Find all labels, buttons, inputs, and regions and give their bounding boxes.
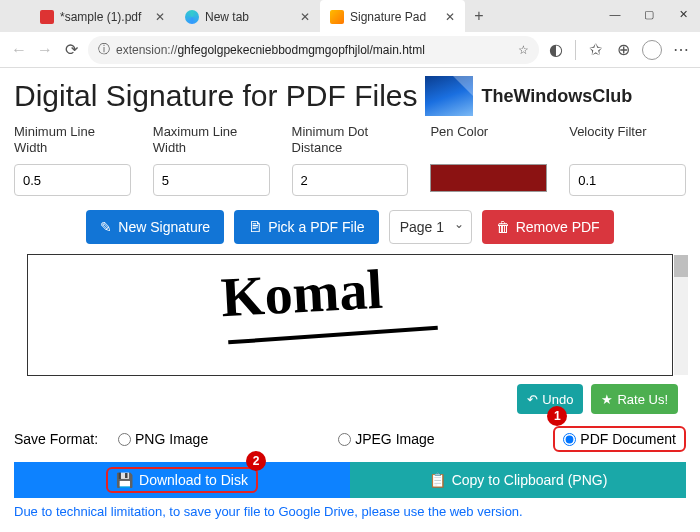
download-button[interactable]: 2 💾Download to Disk [14, 462, 350, 498]
new-tab-button[interactable]: + [465, 0, 493, 32]
star-icon: ★ [601, 392, 613, 407]
file-icon: 🖹 [248, 219, 262, 235]
tab-new[interactable]: New tab ✕ [175, 0, 320, 32]
min-dot-label: Minimum Dot Distance [292, 124, 409, 158]
profile-icon[interactable] [642, 40, 662, 60]
max-line-label: Maximum Line Width [153, 124, 270, 158]
brand-name: TheWindowsClub [481, 86, 632, 107]
signature-underline [228, 326, 438, 345]
page-title: Digital Signature for PDF Files [14, 79, 417, 113]
footer-note: Due to technical limitation, to save you… [14, 504, 686, 519]
save-format-label: Save Format: [14, 431, 98, 447]
close-icon[interactable]: ✕ [300, 10, 310, 24]
close-button[interactable]: ✕ [666, 0, 700, 28]
min-line-input[interactable] [14, 164, 131, 196]
undo-icon: ↶ [527, 392, 538, 407]
menu-icon[interactable]: ⋯ [672, 41, 690, 59]
collections-icon[interactable]: ⊕ [614, 41, 632, 59]
callout-2: 2 [246, 451, 266, 471]
window-titlebar: *sample (1).pdf ✕ New tab ✕ Signature Pa… [0, 0, 700, 32]
format-png[interactable]: PNG Image [118, 431, 208, 447]
trash-icon: 🗑 [496, 219, 510, 235]
save-format-row: Save Format: PNG Image JPEG Image 1 PDF … [14, 426, 686, 452]
pen-color-label: Pen Color [430, 124, 547, 158]
browser-tabs: *sample (1).pdf ✕ New tab ✕ Signature Pa… [0, 0, 493, 32]
edit-icon: ✎ [100, 219, 112, 235]
new-signature-button[interactable]: ✎New Signature [86, 210, 224, 244]
pen-icon [330, 10, 344, 24]
window-controls: — ▢ ✕ [598, 0, 700, 28]
callout-1: 1 [547, 406, 567, 426]
refresh-icon[interactable]: ⟳ [62, 41, 80, 59]
tab-label: Signature Pad [350, 10, 426, 24]
close-icon[interactable]: ✕ [155, 10, 165, 24]
close-icon[interactable]: ✕ [445, 10, 455, 24]
remove-pdf-button[interactable]: 🗑Remove PDF [482, 210, 614, 244]
pen-color-swatch[interactable] [430, 164, 547, 192]
velocity-label: Velocity Filter [569, 124, 686, 158]
forward-icon[interactable]: → [36, 41, 54, 59]
tab-label: New tab [205, 10, 249, 24]
pdf-icon [40, 10, 54, 24]
controls-row: Minimum Line Width Maximum Line Width Mi… [14, 124, 686, 196]
velocity-input[interactable] [569, 164, 686, 196]
favorites-icon[interactable]: ✩ [586, 41, 604, 59]
pick-pdf-button[interactable]: 🖹Pick a PDF File [234, 210, 378, 244]
address-bar: ← → ⟳ ⓘ extension://ghfegolgpekecniebbod… [0, 32, 700, 68]
max-line-input[interactable] [153, 164, 270, 196]
tab-label: *sample (1).pdf [60, 10, 141, 24]
url-input[interactable]: ⓘ extension://ghfegolgpekecniebbodmgmgop… [88, 36, 539, 64]
tab-pdf[interactable]: *sample (1).pdf ✕ [30, 0, 175, 32]
action-row: 2 💾Download to Disk 📋Copy to Clipboard (… [14, 462, 686, 498]
format-pdf[interactable]: PDF Document [553, 426, 686, 452]
signature-drawing: Komal [220, 257, 385, 329]
min-line-label: Minimum Line Width [14, 124, 131, 158]
info-icon: ⓘ [98, 41, 110, 58]
save-icon: 💾 [116, 472, 133, 488]
button-row: ✎New Signature 🖹Pick a PDF File Page 1 🗑… [14, 210, 686, 244]
edge-icon [185, 10, 199, 24]
minimize-button[interactable]: — [598, 0, 632, 28]
page-content: Digital Signature for PDF Files TheWindo… [0, 68, 700, 525]
page-select[interactable]: Page 1 [389, 210, 472, 244]
min-dot-input[interactable] [292, 164, 409, 196]
copy-button[interactable]: 📋Copy to Clipboard (PNG) [350, 462, 686, 498]
extension-icon[interactable]: ◐ [547, 41, 565, 59]
rate-button[interactable]: ★Rate Us! [591, 384, 678, 414]
tab-signature-pad[interactable]: Signature Pad ✕ [320, 0, 465, 32]
scrollbar-thumb[interactable] [674, 255, 688, 277]
signature-canvas[interactable]: Komal [27, 254, 672, 376]
format-jpeg[interactable]: JPEG Image [338, 431, 434, 447]
maximize-button[interactable]: ▢ [632, 0, 666, 28]
brand-logo [425, 76, 473, 116]
url-text: extension://ghfegolgpekecniebbodmgmgopfh… [116, 43, 512, 57]
reader-icon[interactable]: ☆ [518, 43, 529, 57]
clipboard-icon: 📋 [429, 472, 446, 488]
back-icon[interactable]: ← [10, 41, 28, 59]
